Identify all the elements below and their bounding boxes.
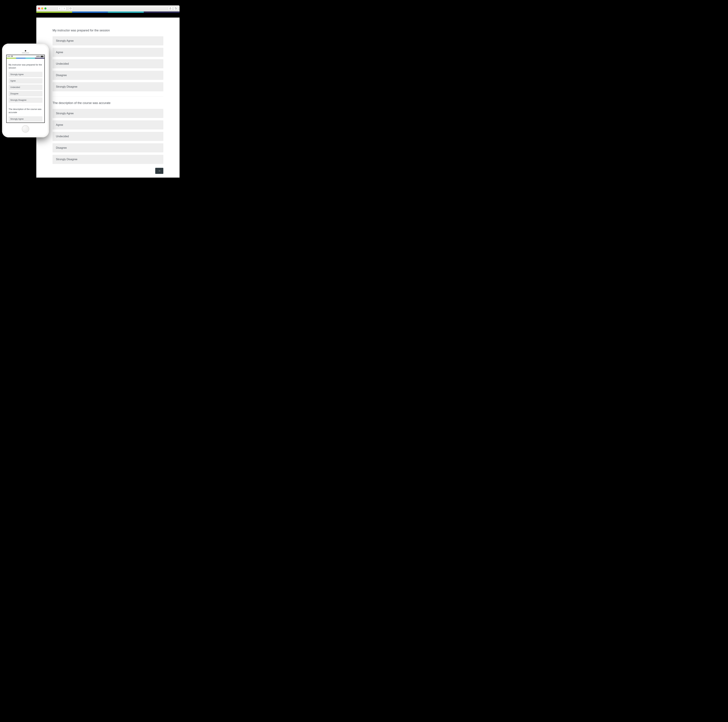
phone-inner: ••••• 100% My instructor was prepared fo… — [4, 45, 47, 136]
option-list: Strongly Agree Agree Undecided Disagree … — [52, 109, 163, 164]
question-title: The description of the course was accura… — [9, 108, 43, 114]
window-controls — [38, 8, 46, 9]
page-body: My instructor was prepared for the sessi… — [36, 18, 180, 179]
question-title: My instructor was prepared for the sessi… — [52, 29, 163, 32]
footer-black-bar — [36, 178, 180, 179]
question-block: My instructor was prepared for the sessi… — [9, 63, 43, 103]
option-list: Strongly Agree Agree Undecided Disagree … — [52, 36, 163, 91]
question-block: My instructor was prepared for the sessi… — [52, 29, 163, 91]
header-black-bar — [36, 13, 180, 18]
phone-top — [4, 45, 47, 55]
status-left: ••••• — [8, 55, 13, 57]
option-strongly-agree[interactable]: Strongly Agree — [52, 36, 163, 46]
option-disagree[interactable]: Disagree — [9, 91, 43, 96]
toolbar-right-group — [168, 6, 178, 10]
chevron-right-icon — [63, 7, 65, 10]
signal-dots: ••••• — [8, 55, 11, 57]
option-list: Strongly Agree — [9, 116, 43, 122]
status-right: 100% — [36, 55, 44, 57]
phone-camera-icon — [25, 50, 26, 52]
back-button[interactable] — [58, 6, 62, 10]
battery-icon — [41, 56, 44, 57]
option-strongly-disagree[interactable]: Strongly Disagree — [52, 82, 163, 91]
phone-frame: ••••• 100% My instructor was prepared fo… — [2, 44, 49, 137]
option-undecided[interactable]: Undecided — [9, 85, 43, 90]
chevron-left-icon — [59, 7, 61, 10]
survey-content: My instructor was prepared for the sessi… — [36, 18, 180, 174]
share-button[interactable] — [168, 6, 173, 10]
option-strongly-disagree[interactable]: Strongly Disagree — [9, 98, 43, 103]
share-icon — [169, 7, 171, 10]
phone-screen: ••••• 100% My instructor was prepared fo… — [6, 55, 45, 123]
forward-button[interactable] — [62, 6, 66, 10]
option-list: Strongly Agree Agree Undecided Disagree … — [9, 72, 43, 103]
status-bar: ••••• 100% — [6, 55, 44, 58]
sidebar-toggle-button[interactable] — [69, 6, 73, 10]
wifi-icon — [11, 56, 13, 57]
svg-rect-0 — [70, 8, 72, 9]
close-window-button[interactable] — [38, 8, 40, 9]
arrow-right-icon: → — [158, 169, 161, 173]
option-disagree[interactable]: Disagree — [52, 71, 163, 80]
option-strongly-agree[interactable]: Strongly Agree — [9, 116, 43, 122]
browser-toolbar — [36, 5, 180, 11]
survey-content-mobile: My instructor was prepared for the sessi… — [6, 59, 44, 122]
option-undecided[interactable]: Undecided — [52, 59, 163, 69]
tabs-button[interactable] — [173, 6, 178, 10]
home-button[interactable] — [22, 125, 29, 133]
option-strongly-disagree[interactable]: Strongly Disagree — [52, 155, 163, 164]
option-disagree[interactable]: Disagree — [52, 143, 163, 153]
option-strongly-agree[interactable]: Strongly Agree — [9, 72, 43, 77]
question-block: The description of the course was accura… — [9, 108, 43, 122]
option-agree[interactable]: Agree — [52, 48, 163, 57]
question-divider — [9, 105, 43, 105]
option-agree[interactable]: Agree — [52, 121, 163, 130]
sidebar-icon — [69, 7, 72, 10]
maximize-window-button[interactable] — [44, 8, 46, 9]
question-title: My instructor was prepared for the sessi… — [9, 63, 43, 69]
phone-speaker-icon — [22, 52, 29, 53]
minimize-window-button[interactable] — [41, 8, 43, 9]
option-strongly-agree[interactable]: Strongly Agree — [52, 109, 163, 118]
tabs-icon — [174, 7, 177, 10]
option-undecided[interactable]: Undecided — [52, 132, 163, 141]
question-block: The description of the course was accura… — [52, 101, 163, 164]
nav-buttons — [58, 6, 66, 10]
accent-stripe — [36, 11, 180, 13]
browser-window: My instructor was prepared for the sessi… — [36, 5, 180, 179]
option-agree[interactable]: Agree — [9, 78, 43, 84]
next-button[interactable]: → — [155, 168, 163, 174]
battery-percent: 100% — [36, 55, 40, 57]
question-title: The description of the course was accura… — [52, 101, 163, 105]
